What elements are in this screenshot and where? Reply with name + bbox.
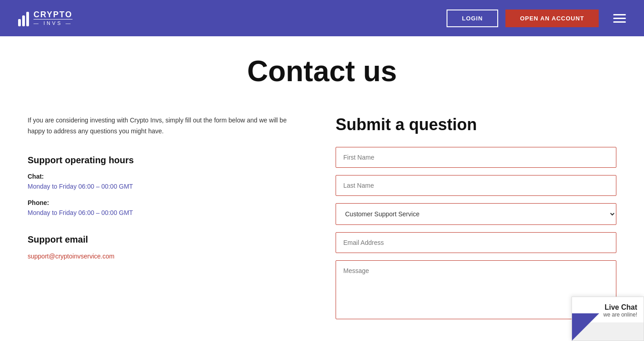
content-wrapper: If you are considering investing with Cr… xyxy=(10,97,634,341)
hamburger-line-1 xyxy=(613,14,626,15)
support-email-section: Support email support@cryptoinvservice.c… xyxy=(28,234,299,260)
support-email-link[interactable]: support@cryptoinvservice.com xyxy=(28,253,115,260)
live-chat-widget[interactable]: Live Chat we are online! xyxy=(572,297,644,341)
hamburger-line-2 xyxy=(613,18,626,19)
page-title: Contact us xyxy=(0,36,644,97)
service-select[interactable]: Customer Support Service Technical Suppo… xyxy=(336,203,616,225)
phone-label: Phone: xyxy=(28,199,299,206)
left-section: If you are considering investing with Cr… xyxy=(28,115,299,321)
hamburger-line-3 xyxy=(613,21,626,23)
form-heading: Submit a question xyxy=(336,115,616,134)
logo-text: CRYPTO — INVS — xyxy=(34,10,72,26)
live-chat-corner-icon xyxy=(572,313,599,341)
chat-hours: Monday to Friday 06:00 – 00:00 GMT xyxy=(28,183,299,190)
logo-bars-icon xyxy=(18,10,29,26)
live-chat-title: Live Chat xyxy=(578,303,637,312)
operating-hours-heading: Support operating hours xyxy=(28,155,299,166)
last-name-input[interactable] xyxy=(336,175,616,196)
header-nav: LOGIN OPEN AN ACCOUNT xyxy=(447,10,626,27)
live-chat-bottom xyxy=(572,322,644,341)
hamburger-menu[interactable] xyxy=(613,14,626,23)
open-account-button[interactable]: OPEN AN ACCOUNT xyxy=(505,10,599,27)
email-heading: Support email xyxy=(28,234,299,245)
email-input[interactable] xyxy=(336,232,616,253)
login-button[interactable]: LOGIN xyxy=(447,10,498,27)
right-section: Submit a question Customer Support Servi… xyxy=(336,115,616,321)
first-name-input[interactable] xyxy=(336,147,616,168)
chat-label: Chat: xyxy=(28,173,299,180)
header: CRYPTO — INVS — LOGIN OPEN AN ACCOUNT xyxy=(0,0,644,36)
logo[interactable]: CRYPTO — INVS — xyxy=(18,10,72,26)
intro-text: If you are considering investing with Cr… xyxy=(28,115,299,137)
phone-hours: Monday to Friday 06:00 – 00:00 GMT xyxy=(28,209,299,216)
